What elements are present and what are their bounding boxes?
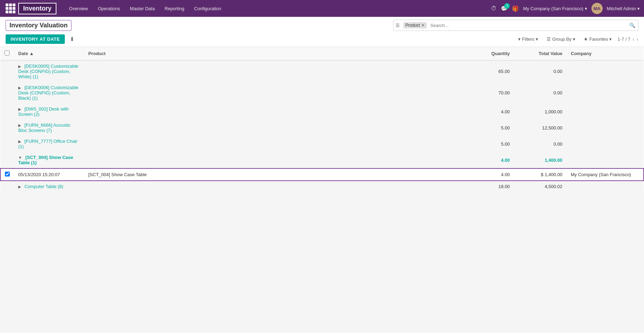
app-title[interactable]: Inventory bbox=[18, 3, 56, 14]
group-checkbox-cell bbox=[0, 82, 14, 104]
group-toggle-cell[interactable]: ▶ Computer Table (8) bbox=[14, 181, 84, 192]
group-company-spacer bbox=[567, 152, 644, 168]
row-date: 05/13/2020 15:20:07 bbox=[14, 168, 84, 181]
table-row[interactable]: ▶ Computer Table (8) 18.00 4,500.02 bbox=[0, 181, 644, 192]
group-quantity: 70.00 bbox=[472, 82, 514, 104]
group-name[interactable]: [SCT_004] Show Case Table (1) bbox=[18, 155, 73, 165]
prev-page-button[interactable]: ‹ bbox=[632, 36, 634, 42]
group-name[interactable]: Computer Table (8) bbox=[25, 184, 63, 189]
group-expand-icon[interactable]: ▶ bbox=[18, 86, 21, 90]
filter-icon: ▾ bbox=[518, 36, 521, 42]
group-quantity: 5.00 bbox=[472, 136, 514, 152]
chat-icon[interactable]: 💬 3 bbox=[501, 5, 508, 12]
table-row[interactable]: ▶ [DWS_002] Desk with Screen (2) 4.00 1,… bbox=[0, 104, 644, 120]
row-checkbox-cell[interactable] bbox=[0, 168, 14, 181]
group-name[interactable]: [DESK0006] Customizable Desk (CONFIG) (C… bbox=[18, 85, 78, 101]
group-product-spacer bbox=[84, 60, 472, 82]
group-total-value: 0.00 bbox=[514, 60, 567, 82]
row-checkbox[interactable] bbox=[5, 172, 10, 177]
table-body: ▶ [DESK0005] Customizable Desk (CONFIG) … bbox=[0, 60, 644, 192]
toolbar-right: ▾ Filters ▾ ☰ Group By ▾ ★ Favorites ▾ 1… bbox=[515, 35, 638, 43]
search-button[interactable]: 🔍 bbox=[626, 22, 638, 28]
group-toggle-cell[interactable]: ▶ [DESK0006] Customizable Desk (CONFIG) … bbox=[14, 82, 84, 104]
table-row[interactable]: 05/13/2020 15:20:07 [SCT_004] Show Case … bbox=[0, 168, 644, 181]
group-name[interactable]: [DWS_002] Desk with Screen (2) bbox=[18, 106, 69, 117]
subheader: Inventory Valuation ☰ Product ✕ 🔍 INVENT… bbox=[0, 17, 644, 47]
groupby-button[interactable]: ☰ Group By ▾ bbox=[544, 35, 578, 43]
gift-icon[interactable]: 🎁 bbox=[512, 5, 519, 12]
group-toggle-cell[interactable]: ▶ [DWS_002] Desk with Screen (2) bbox=[14, 104, 84, 120]
avatar[interactable]: MA bbox=[591, 3, 603, 14]
top-navigation: Inventory Overview Operations Master Dat… bbox=[0, 0, 644, 17]
group-name[interactable]: [DESK0005] Customizable Desk (CONFIG) (C… bbox=[18, 64, 78, 79]
group-expand-icon[interactable]: ▶ bbox=[18, 139, 21, 144]
filters-button[interactable]: ▾ Filters ▾ bbox=[515, 35, 541, 43]
nav-overview[interactable]: Overview bbox=[65, 4, 92, 13]
favorites-button[interactable]: ★ Favorites ▾ bbox=[581, 35, 615, 43]
table-row[interactable]: ▶ [DESK0005] Customizable Desk (CONFIG) … bbox=[0, 60, 644, 82]
group-toggle-cell[interactable]: ▶ [FURN_6666] Acoustic Bloc Screens (7) bbox=[14, 120, 84, 136]
group-company-spacer bbox=[567, 104, 644, 120]
row-product: [SCT_004] Show Case Table bbox=[84, 168, 472, 181]
table-row[interactable]: ▶ [DESK0006] Customizable Desk (CONFIG) … bbox=[0, 82, 644, 104]
search-input[interactable] bbox=[428, 23, 626, 28]
group-toggle-cell[interactable]: ▶ [FURN_7777] Office Chair (1) bbox=[14, 136, 84, 152]
product-tag-remove[interactable]: ✕ bbox=[421, 23, 425, 28]
group-expand-icon[interactable]: ▶ bbox=[18, 123, 21, 127]
group-product-spacer bbox=[84, 152, 472, 168]
col-header-quantity[interactable]: Quantity bbox=[472, 47, 514, 60]
nav-reporting[interactable]: Reporting bbox=[160, 4, 189, 13]
group-name[interactable]: [FURN_7777] Office Chair (1) bbox=[18, 139, 77, 149]
group-product-spacer bbox=[84, 82, 472, 104]
user-menu[interactable]: Mitchell Admin ▾ bbox=[607, 6, 640, 11]
table-row[interactable]: ▶ [FURN_7777] Office Chair (1) 5.00 0.00 bbox=[0, 136, 644, 152]
group-total-value: 1,400.00 bbox=[514, 152, 567, 168]
nav-master-data[interactable]: Master Data bbox=[126, 4, 159, 13]
group-total-value: 12,500.00 bbox=[514, 120, 567, 136]
product-filter-tag: Product ✕ bbox=[403, 22, 427, 28]
clock-icon[interactable]: ⏱ bbox=[491, 5, 496, 12]
pagination: 1-7 / 7 ‹ › bbox=[617, 36, 638, 42]
group-company-spacer bbox=[567, 82, 644, 104]
table-row[interactable]: ▼ [SCT_004] Show Case Table (1) 4.00 1,4… bbox=[0, 152, 644, 168]
group-toggle-cell[interactable]: ▼ [SCT_004] Show Case Table (1) bbox=[14, 152, 84, 168]
download-button[interactable]: ⬇ bbox=[68, 34, 76, 44]
group-quantity: 65.00 bbox=[472, 60, 514, 82]
inventory-at-date-button[interactable]: INVENTORY AT DATE bbox=[6, 34, 65, 44]
col-header-date[interactable]: Date ▲ bbox=[14, 47, 84, 60]
group-name[interactable]: [FURN_6666] Acoustic Bloc Screens (7) bbox=[18, 122, 70, 133]
nav-operations[interactable]: Operations bbox=[94, 4, 124, 13]
col-header-total-value[interactable]: Total Value bbox=[514, 47, 567, 60]
next-page-button[interactable]: › bbox=[637, 36, 638, 42]
group-company-spacer bbox=[567, 136, 644, 152]
group-checkbox-cell bbox=[0, 104, 14, 120]
group-expand-icon[interactable]: ▶ bbox=[18, 185, 21, 189]
row-company: My Company (San Francisco) bbox=[567, 168, 644, 181]
company-selector[interactable]: My Company (San Francisco) ▾ bbox=[523, 6, 587, 11]
col-header-product[interactable]: Product bbox=[84, 47, 472, 60]
toolbar: INVENTORY AT DATE ⬇ ▾ Filters ▾ ☰ Group … bbox=[6, 33, 638, 47]
groupby-icon: ☰ bbox=[547, 36, 551, 42]
group-checkbox-cell bbox=[0, 152, 14, 168]
group-checkbox-cell bbox=[0, 60, 14, 82]
grid-menu-button[interactable] bbox=[4, 2, 17, 15]
list-view-icon: ☰ bbox=[393, 23, 402, 28]
star-icon: ★ bbox=[584, 36, 588, 42]
group-total-value: 0.00 bbox=[514, 82, 567, 104]
nav-configuration[interactable]: Configuration bbox=[190, 4, 225, 13]
select-all-cell bbox=[0, 47, 14, 60]
col-header-company[interactable]: Company bbox=[567, 47, 644, 60]
search-bar: ☰ Product ✕ 🔍 bbox=[393, 20, 638, 31]
topnav-right: ⏱ 💬 3 🎁 My Company (San Francisco) ▾ MA … bbox=[491, 3, 640, 14]
group-toggle-cell[interactable]: ▶ [DESK0005] Customizable Desk (CONFIG) … bbox=[14, 60, 84, 82]
group-quantity: 4.00 bbox=[472, 104, 514, 120]
table-row[interactable]: ▶ [FURN_6666] Acoustic Bloc Screens (7) … bbox=[0, 120, 644, 136]
group-expand-icon[interactable]: ▶ bbox=[18, 107, 21, 111]
group-quantity: 4.00 bbox=[472, 152, 514, 168]
product-tag-label: Product bbox=[405, 23, 420, 28]
select-all-checkbox[interactable] bbox=[5, 51, 9, 55]
group-expand-icon[interactable]: ▼ bbox=[18, 155, 22, 160]
group-expand-icon[interactable]: ▶ bbox=[18, 64, 21, 68]
row-total-value: $ 1,400.00 bbox=[514, 168, 567, 181]
group-product-spacer bbox=[84, 120, 472, 136]
